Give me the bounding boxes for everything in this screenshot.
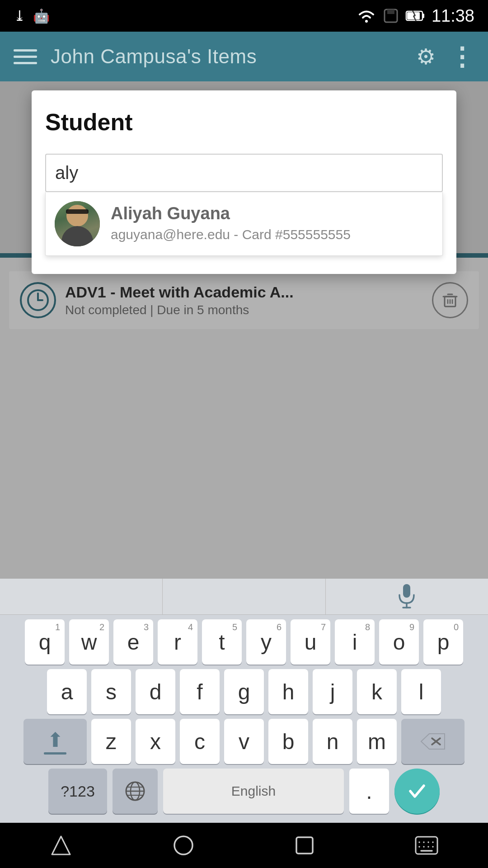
svg-point-0 [365,20,368,23]
autocomplete-detail: aguyana@here.edu - Card #555555555 [111,225,433,244]
toolbar-mid [163,579,325,614]
period-label: . [366,779,372,804]
autocomplete-info: Aliyah Guyana aguyana@here.edu - Card #5… [111,204,433,244]
svg-rect-30 [296,837,313,854]
hamburger-line [14,56,37,58]
key-y[interactable]: 6y [246,619,286,665]
key-v[interactable]: v [224,719,264,764]
key-a[interactable]: a [47,669,87,714]
download-icon: ⤓ [14,7,26,24]
globe-key[interactable] [113,769,158,814]
autocomplete-dropdown: Aliyah Guyana aguyana@here.edu - Card #5… [45,192,443,256]
search-container [45,154,443,192]
keyboard-row-1: 1q 2w 3e 4r 5t 6y 7u 8i 9o 0p [3,619,485,665]
key-x[interactable]: x [136,719,175,764]
key-b[interactable]: b [268,719,308,764]
key-m[interactable]: m [357,719,397,764]
avatar-image [55,201,100,246]
app-bar-title: John Campusa's Items [51,45,403,68]
key-q[interactable]: 1q [25,619,65,665]
key-f[interactable]: f [180,669,220,714]
checkmark-icon [406,780,428,802]
toolbar-left [0,579,163,614]
robot-icon: 🤖 [33,8,50,24]
key-s[interactable]: s [91,669,131,714]
keyboard-row-3: ⬆ z x c v b n m [3,719,485,764]
settings-icon[interactable]: ⚙ [416,44,436,69]
svg-rect-2 [387,9,394,14]
dialog-title: Student [45,108,443,136]
wifi-icon [357,8,376,24]
svg-marker-28 [52,836,70,854]
battery-icon [405,8,425,24]
student-dialog: Student Aliyah Guyana aguyana@here.edu - [32,90,456,274]
key-e[interactable]: 3e [113,619,153,665]
menu-button[interactable] [14,49,37,64]
key-u[interactable]: 7u [291,619,330,665]
backspace-icon [419,731,446,751]
space-label: English [231,783,276,799]
avatar [55,201,100,246]
key-r[interactable]: 4r [158,619,197,665]
status-time: 11:38 [432,6,474,26]
numbers-key[interactable]: ?123 [48,769,107,814]
key-l[interactable]: l [401,669,441,714]
student-search-input[interactable] [55,163,433,183]
backspace-key[interactable] [401,719,465,764]
key-n[interactable]: n [313,719,352,764]
svg-point-29 [174,836,192,854]
sim-icon [383,8,399,24]
keyboard-rows: 1q 2w 3e 4r 5t 6y 7u 8i 9o 0p a s d f g … [0,615,488,823]
key-i[interactable]: 8i [335,619,375,665]
space-key[interactable]: English [163,769,344,814]
home-button[interactable] [172,834,195,857]
microphone-icon[interactable] [397,583,417,610]
key-t[interactable]: 5t [202,619,242,665]
autocomplete-item[interactable]: Aliyah Guyana aguyana@here.edu - Card #5… [46,192,442,255]
numbers-label: ?123 [61,783,95,800]
status-bar: ⤓ 🤖 11:38 [0,0,488,32]
period-key[interactable]: . [349,769,389,814]
keyboard-button[interactable] [415,836,438,855]
hamburger-line [14,49,37,52]
keyboard-toolbar [0,579,488,615]
status-bar-right: 11:38 [357,6,474,26]
keyboard: 1q 2w 3e 4r 5t 6y 7u 8i 9o 0p a s d f g … [0,579,488,823]
back-button[interactable] [50,834,72,857]
more-options-icon[interactable]: ⋮ [449,42,474,71]
recents-button[interactable] [294,835,315,856]
hamburger-line [14,62,37,64]
nav-bar [0,823,488,868]
key-p[interactable]: 0p [423,619,463,665]
svg-rect-4 [422,14,424,18]
key-k[interactable]: k [357,669,397,714]
status-bar-left: ⤓ 🤖 [14,7,50,24]
key-w[interactable]: 2w [69,619,109,665]
svg-rect-18 [403,584,410,598]
keyboard-row-2: a s d f g h j k l [3,669,485,714]
key-j[interactable]: j [313,669,352,714]
key-c[interactable]: c [180,719,220,764]
shift-key[interactable]: ⬆ [23,719,87,764]
keyboard-row-4: ?123 English . [3,769,485,814]
enter-key[interactable] [394,769,440,814]
key-g[interactable]: g [224,669,264,714]
key-o[interactable]: 9o [379,619,419,665]
globe-icon [124,780,146,802]
app-bar: John Campusa's Items ⚙ ⋮ [0,32,488,81]
key-h[interactable]: h [268,669,308,714]
toolbar-right [326,579,488,614]
key-z[interactable]: z [91,719,131,764]
autocomplete-name: Aliyah Guyana [111,204,433,223]
key-d[interactable]: d [136,669,175,714]
